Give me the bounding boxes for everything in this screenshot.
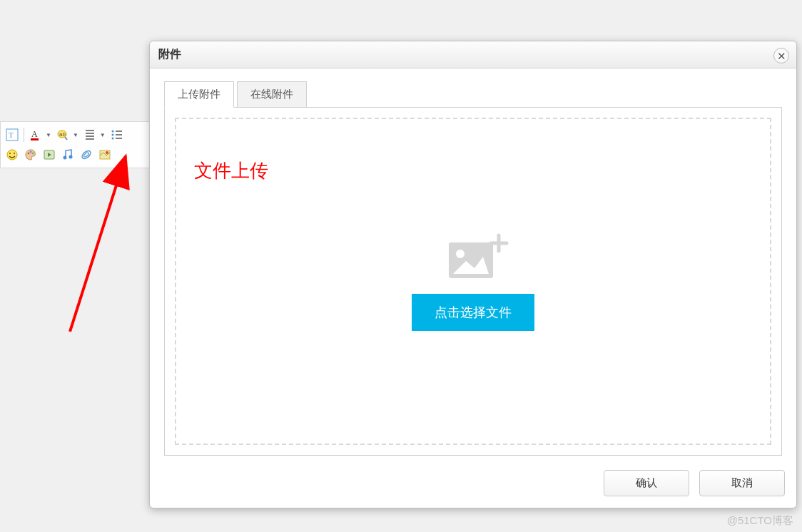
tab-online-attachment[interactable]: 在线附件 xyxy=(237,81,307,108)
video-icon[interactable] xyxy=(42,148,56,162)
attachment-icon[interactable] xyxy=(79,148,93,162)
tab-label: 在线附件 xyxy=(250,88,293,100)
svg-point-18 xyxy=(69,155,73,159)
dialog-title: 附件 xyxy=(158,47,181,62)
bullet-list-icon[interactable] xyxy=(110,128,124,142)
svg-point-8 xyxy=(111,138,113,140)
upload-image-icon xyxy=(445,232,502,277)
svg-point-6 xyxy=(111,131,113,133)
svg-point-7 xyxy=(111,134,113,136)
svg-text:A: A xyxy=(31,129,38,139)
svg-point-13 xyxy=(30,151,32,153)
svg-text:ab: ab xyxy=(59,131,66,138)
confirm-button[interactable]: 确认 xyxy=(604,470,689,496)
svg-rect-21 xyxy=(100,150,110,159)
editor-toolbar: T A ▼ ab ▼ ▼ xyxy=(0,121,157,168)
close-button[interactable]: ✕ xyxy=(773,48,789,63)
confirm-label: 确认 xyxy=(636,476,657,488)
svg-point-11 xyxy=(14,153,15,154)
tab-upload-attachment[interactable]: 上传附件 xyxy=(164,81,234,108)
tab-label: 上传附件 xyxy=(178,88,220,100)
dropdown-caret[interactable]: ▼ xyxy=(73,132,78,138)
annotation-label: 文件上传 xyxy=(194,158,268,183)
select-file-label: 点击选择文件 xyxy=(435,305,512,319)
cancel-button[interactable]: 取消 xyxy=(699,470,785,496)
separator xyxy=(24,128,24,142)
line-spacing-icon[interactable] xyxy=(83,128,97,142)
dropdown-caret[interactable]: ▼ xyxy=(100,132,106,138)
highlight-icon[interactable]: ab xyxy=(56,128,70,142)
svg-point-10 xyxy=(9,153,11,154)
dialog-header: 附件 ✕ xyxy=(150,41,796,68)
font-color-icon[interactable]: A xyxy=(29,128,43,142)
dropdown-caret[interactable]: ▼ xyxy=(46,132,51,138)
svg-point-12 xyxy=(28,153,30,155)
svg-point-22 xyxy=(106,151,108,154)
svg-text:T: T xyxy=(9,131,14,139)
close-icon: ✕ xyxy=(777,51,786,61)
svg-point-26 xyxy=(456,250,465,258)
svg-line-24 xyxy=(70,156,126,332)
select-file-button[interactable]: 点击选择文件 xyxy=(412,294,534,331)
dialog-body: 上传附件 在线附件 xyxy=(150,68,796,463)
svg-rect-3 xyxy=(31,138,39,140)
watermark: @51CTO博客 xyxy=(727,514,793,528)
dialog-tabs: 上传附件 在线附件 xyxy=(164,81,782,108)
annotation-arrow xyxy=(63,146,148,346)
attachment-dialog: 附件 ✕ 上传附件 在线附件 xyxy=(149,41,797,508)
map-icon[interactable] xyxy=(98,148,112,162)
music-icon[interactable] xyxy=(61,148,75,162)
paint-icon[interactable] xyxy=(24,148,38,162)
dialog-footer: 确认 取消 xyxy=(150,463,796,508)
svg-point-19 xyxy=(81,149,92,160)
emoji-icon[interactable] xyxy=(5,148,19,162)
cancel-label: 取消 xyxy=(731,476,753,488)
svg-point-14 xyxy=(32,153,34,155)
svg-point-9 xyxy=(7,150,17,160)
autotype-icon[interactable]: T xyxy=(5,128,19,142)
